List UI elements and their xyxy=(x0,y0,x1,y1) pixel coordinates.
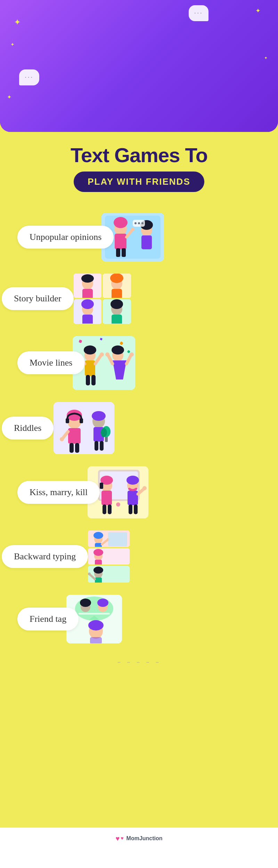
game-label-1: Unpopular opinions xyxy=(30,232,101,242)
svg-rect-94 xyxy=(100,441,104,451)
svg-point-114 xyxy=(93,532,103,539)
game-pill-4: Riddles xyxy=(2,417,54,440)
svg-rect-109 xyxy=(129,504,132,514)
game-pill-1: Unpopular opinions xyxy=(17,226,114,249)
decorative-line: - - - - - xyxy=(7,656,271,667)
svg-rect-43 xyxy=(82,289,93,298)
svg-point-133 xyxy=(80,599,91,607)
game-row-7: Friend tag xyxy=(7,595,271,643)
svg-rect-93 xyxy=(95,441,98,451)
footer-logo-icon: ♥ ♥ xyxy=(115,835,123,843)
game-label-4: Riddles xyxy=(14,423,41,433)
svg-rect-81 xyxy=(80,418,83,423)
svg-point-76 xyxy=(105,352,109,357)
game-row-2: Story builder xyxy=(7,274,271,324)
game-row-5: Kiss, marry, kill xyxy=(7,466,271,518)
footer-brand: MomJunction xyxy=(126,835,163,842)
game-pill-3: Movie lines xyxy=(17,351,85,374)
game-image-6 xyxy=(88,531,130,583)
svg-rect-70 xyxy=(91,375,96,385)
svg-point-111 xyxy=(116,502,120,507)
svg-rect-85 xyxy=(70,443,74,453)
svg-point-121 xyxy=(93,549,103,556)
svg-rect-69 xyxy=(86,375,90,385)
svg-rect-82 xyxy=(68,428,81,444)
svg-rect-136 xyxy=(79,613,110,615)
game-pill-6: Backward typing xyxy=(2,545,88,568)
svg-point-125 xyxy=(93,567,103,574)
games-section: Unpopular opinions xyxy=(0,202,278,827)
svg-point-68 xyxy=(100,352,104,357)
svg-rect-80 xyxy=(66,418,69,423)
game-label-7: Friend tag xyxy=(30,614,66,624)
subtitle-pill: PLAY WITH FRIENDS xyxy=(74,172,204,192)
svg-rect-86 xyxy=(75,443,79,453)
game-image-4 xyxy=(54,402,114,454)
svg-point-50 xyxy=(81,299,94,309)
speech-bubble-left: ··· xyxy=(19,69,39,85)
svg-point-30 xyxy=(131,228,134,231)
svg-point-72 xyxy=(112,345,124,354)
game-row-4: Riddles xyxy=(7,402,271,454)
svg-rect-55 xyxy=(112,315,122,324)
svg-rect-31 xyxy=(116,248,120,257)
svg-rect-107 xyxy=(103,504,106,514)
header-section: ✦ ✦ ✦ ✦ ✦ ··· ··· xyxy=(0,0,278,132)
svg-rect-47 xyxy=(112,289,122,298)
svg-point-38 xyxy=(138,222,140,224)
svg-point-37 xyxy=(134,222,137,224)
svg-point-138 xyxy=(88,620,104,631)
svg-rect-28 xyxy=(115,234,126,249)
svg-rect-139 xyxy=(90,637,102,643)
svg-rect-64 xyxy=(85,360,95,376)
speech-bubble-right: ··· xyxy=(189,5,209,21)
svg-point-135 xyxy=(97,599,108,607)
svg-point-42 xyxy=(81,274,94,283)
svg-rect-32 xyxy=(122,248,126,257)
game-image-2 xyxy=(74,274,131,324)
game-row-1: Unpopular opinions xyxy=(7,213,271,261)
title-section: Text Games To PLAY WITH FRIENDS xyxy=(0,132,278,202)
heart-icon-2: ♥ xyxy=(121,836,123,841)
game-label-2: Story builder xyxy=(14,293,62,303)
svg-point-63 xyxy=(84,345,96,354)
svg-rect-122 xyxy=(95,560,102,565)
svg-rect-51 xyxy=(82,315,93,324)
main-title: Text Games To xyxy=(14,144,264,166)
svg-rect-35 xyxy=(141,235,152,249)
page-wrapper: ✦ ✦ ✦ ✦ ✦ ··· ··· xyxy=(0,0,278,868)
svg-rect-126 xyxy=(95,577,102,582)
svg-rect-101 xyxy=(100,483,103,489)
svg-point-84 xyxy=(60,437,64,441)
svg-point-54 xyxy=(111,299,123,309)
svg-point-27 xyxy=(114,217,128,228)
game-row-6: Backward typing xyxy=(7,531,271,583)
svg-point-92 xyxy=(101,428,107,437)
heart-icon: ♥ xyxy=(115,835,120,843)
svg-rect-118 xyxy=(108,532,127,546)
svg-point-103 xyxy=(126,476,139,485)
svg-rect-108 xyxy=(108,504,112,514)
svg-point-88 xyxy=(92,411,106,421)
svg-rect-100 xyxy=(101,491,112,505)
game-label-6: Backward typing xyxy=(14,551,76,561)
game-label-3: Movie lines xyxy=(30,358,73,368)
svg-point-74 xyxy=(130,352,134,357)
svg-rect-115 xyxy=(95,543,102,547)
svg-rect-110 xyxy=(134,504,138,514)
svg-rect-104 xyxy=(128,491,138,505)
svg-point-106 xyxy=(142,486,147,490)
svg-point-39 xyxy=(141,222,144,224)
game-pill-2: Story builder xyxy=(2,287,74,310)
game-pill-7: Friend tag xyxy=(17,608,79,631)
game-label-5: Kiss, marry, kill xyxy=(30,487,88,497)
game-pill-5: Kiss, marry, kill xyxy=(17,481,100,504)
game-row-3: Movie lines xyxy=(7,336,271,390)
svg-point-128 xyxy=(88,573,91,575)
svg-point-46 xyxy=(110,274,123,283)
footer: ♥ ♥ MomJunction xyxy=(0,827,278,850)
